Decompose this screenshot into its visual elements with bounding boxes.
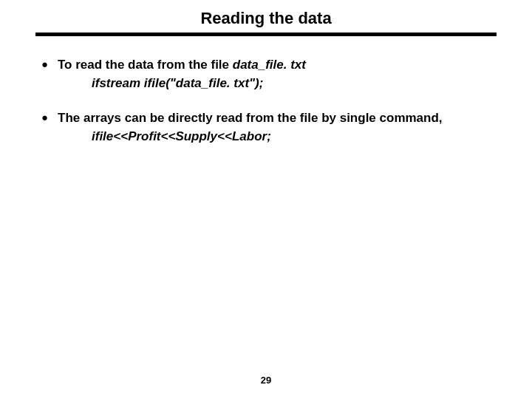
bullet-text-italic: data_file. txt [233, 58, 306, 72]
bullet-item: The arrays can be directly read from the… [58, 110, 497, 146]
code-line: ifstream ifile("data_file. txt"); [58, 75, 497, 92]
bullet-text: To read the data from the file [58, 58, 233, 72]
bullet-list: To read the data from the file data_file… [35, 57, 497, 146]
page-number: 29 [0, 375, 532, 386]
code-line: ifile<<Profit<<Supply<<Labor; [58, 129, 497, 146]
slide-container: Reading the data To read the data from t… [0, 0, 532, 399]
slide-title: Reading the data [35, 9, 497, 33]
title-rule [35, 33, 497, 36]
bullet-item: To read the data from the file data_file… [58, 57, 497, 92]
bullet-text: The arrays can be directly read from the… [58, 111, 443, 125]
